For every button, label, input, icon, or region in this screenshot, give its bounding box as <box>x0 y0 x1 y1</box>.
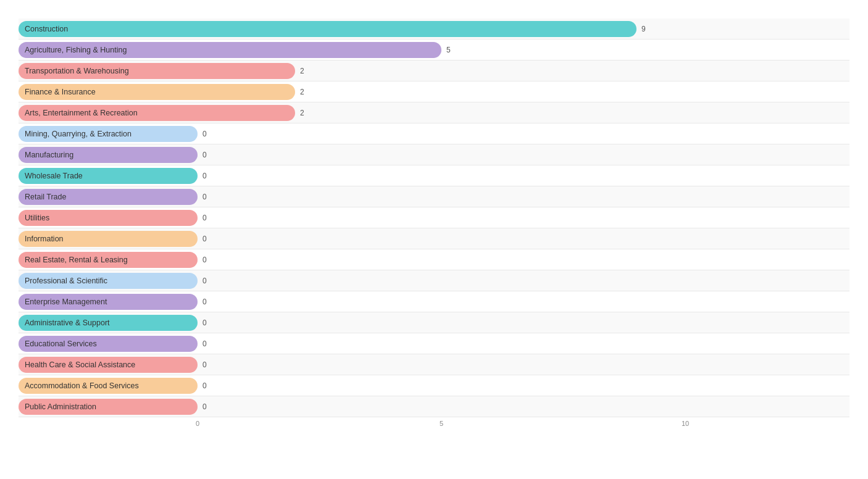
bar-row: Finance & Insurance2 <box>19 81 849 102</box>
bar-row: Retail Trade0 <box>19 186 849 207</box>
bar-value: 0 <box>202 319 207 327</box>
bar-row: Agriculture, Fishing & Hunting5 <box>19 40 849 60</box>
bar-label: Enterprise Management <box>19 298 107 306</box>
bar-label: Transportation & Warehousing <box>19 67 129 75</box>
bar-row: Wholesale Trade0 <box>19 165 849 186</box>
bar-label: Professional & Scientific <box>19 277 107 285</box>
bar-value: 0 <box>202 298 207 306</box>
bar-label: Finance & Insurance <box>19 88 96 96</box>
bar-row: Enterprise Management0 <box>19 291 849 312</box>
bar-value: 0 <box>202 130 207 138</box>
bar-label: Arts, Entertainment & Recreation <box>19 109 138 117</box>
bar-value: 5 <box>446 46 451 54</box>
bar-value: 0 <box>202 360 207 369</box>
x-tick: 5 <box>440 420 443 427</box>
bar-value: 0 <box>202 339 207 348</box>
bar-fill: Real Estate, Rental & Leasing <box>19 252 198 268</box>
bar-fill: Information <box>19 231 198 247</box>
bar-value: 0 <box>202 277 207 285</box>
bar-row: Real Estate, Rental & Leasing0 <box>19 249 849 270</box>
bar-label: Manufacturing <box>19 151 73 159</box>
bar-value: 0 <box>202 151 207 159</box>
bar-value: 0 <box>202 193 207 201</box>
bar-fill: Professional & Scientific <box>19 273 198 289</box>
bar-row: Mining, Quarrying, & Extraction0 <box>19 123 849 144</box>
bar-row: Accommodation & Food Services0 <box>19 375 849 396</box>
bar-value: 0 <box>202 235 207 243</box>
bar-label: Information <box>19 235 64 243</box>
bar-fill: Educational Services <box>19 336 198 352</box>
bar-label: Administrative & Support <box>19 319 110 327</box>
bar-value: 0 <box>202 256 207 264</box>
bar-row: Educational Services0 <box>19 333 849 354</box>
bar-row: Health Care & Social Assistance0 <box>19 354 849 375</box>
bar-row: Administrative & Support0 <box>19 312 849 333</box>
bar-label: Mining, Quarrying, & Extraction <box>19 130 131 138</box>
bar-value: 2 <box>300 88 304 96</box>
bar-row: Professional & Scientific0 <box>19 270 849 291</box>
bar-row: Construction9 <box>19 19 849 40</box>
bar-row: Transportation & Warehousing2 <box>19 60 849 81</box>
chart-area: Construction9Agriculture, Fishing & Hunt… <box>19 19 849 435</box>
bar-fill: Accommodation & Food Services <box>19 378 198 394</box>
bar-fill: Wholesale Trade <box>19 168 198 184</box>
x-axis: 0510 <box>19 420 849 435</box>
bar-fill: Retail Trade <box>19 189 198 205</box>
bar-fill: Arts, Entertainment & Recreation <box>19 105 295 121</box>
bar-label: Public Administration <box>19 402 96 411</box>
bar-value: 2 <box>300 67 304 75</box>
bar-fill: Public Administration <box>19 399 198 415</box>
bar-value: 2 <box>300 109 304 117</box>
bar-row: Arts, Entertainment & Recreation2 <box>19 102 849 123</box>
bar-fill: Transportation & Warehousing <box>19 63 295 79</box>
bar-fill: Administrative & Support <box>19 315 198 331</box>
bar-label: Accommodation & Food Services <box>19 381 139 390</box>
bar-label: Utilities <box>19 214 49 222</box>
bar-row: Utilities0 <box>19 207 849 228</box>
bar-fill: Health Care & Social Assistance <box>19 357 198 373</box>
bar-label: Real Estate, Rental & Leasing <box>19 256 128 264</box>
bar-value: 0 <box>202 172 207 180</box>
bar-row: Information0 <box>19 228 849 249</box>
x-tick: 10 <box>682 420 689 427</box>
bar-fill: Enterprise Management <box>19 294 198 310</box>
bar-value: 9 <box>641 25 646 33</box>
bar-fill: Manufacturing <box>19 147 198 163</box>
bar-fill: Construction <box>19 21 636 37</box>
bar-value: 0 <box>202 402 207 411</box>
x-tick: 0 <box>196 420 199 427</box>
bar-value: 0 <box>202 381 207 390</box>
bar-label: Retail Trade <box>19 193 66 201</box>
bar-row: Manufacturing0 <box>19 144 849 165</box>
bar-fill: Agriculture, Fishing & Hunting <box>19 42 441 58</box>
bar-label: Health Care & Social Assistance <box>19 360 135 369</box>
bar-fill: Finance & Insurance <box>19 84 295 100</box>
bar-fill: Utilities <box>19 210 198 226</box>
bar-label: Educational Services <box>19 339 97 348</box>
bar-label: Construction <box>19 25 68 33</box>
bar-label: Agriculture, Fishing & Hunting <box>19 46 127 54</box>
bar-row: Public Administration0 <box>19 396 849 417</box>
bar-fill: Mining, Quarrying, & Extraction <box>19 126 198 142</box>
bar-label: Wholesale Trade <box>19 172 83 180</box>
bar-value: 0 <box>202 214 207 222</box>
